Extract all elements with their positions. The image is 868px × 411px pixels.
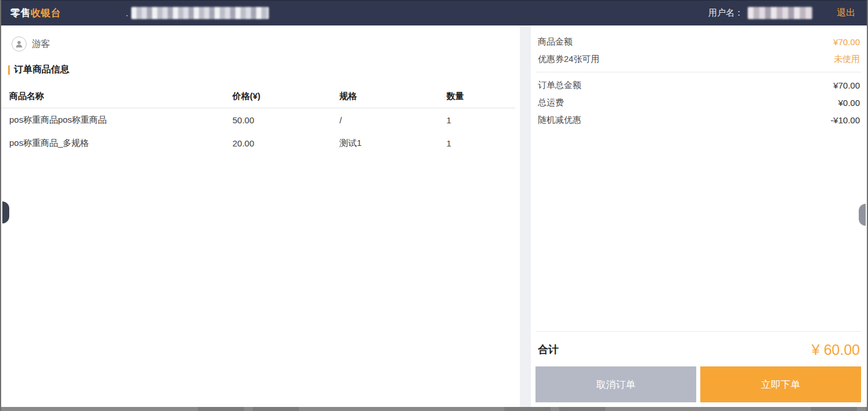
logout-button[interactable]: 退出 xyxy=(837,7,855,19)
store-name-redacted xyxy=(131,7,269,19)
summary-value: ¥70.00 xyxy=(833,37,860,47)
cell-qty: 1 xyxy=(446,138,512,148)
window-bottom-edge xyxy=(1,407,867,411)
col-header-name: 商品名称 xyxy=(9,91,232,102)
customer-name: 游客 xyxy=(32,38,50,50)
total-value: ¥ 60.00 xyxy=(812,342,860,358)
summary-label: 商品金额 xyxy=(538,36,572,47)
col-header-qty: 数量 xyxy=(446,91,507,102)
cell-product-name: pos称重商品_多规格 xyxy=(9,138,232,149)
panel-gutter xyxy=(520,25,531,407)
order-summary-panel: 商品金额 ¥70.00 优惠券24张可用 未使用 订单总金额 ¥70.00 总运… xyxy=(531,25,867,407)
col-header-price: 价格(¥) xyxy=(232,91,339,102)
summary-label: 随机减优惠 xyxy=(538,115,581,126)
right-drawer-handle-icon[interactable] xyxy=(859,204,866,226)
section-title-row: 订单商品信息 xyxy=(8,64,520,76)
summary-row-goods-amount: 商品金额 ¥70.00 xyxy=(535,33,861,50)
table-row[interactable]: pos称重商品pos称重商品 50.00 / 1 xyxy=(1,108,520,131)
place-order-button[interactable]: 立即下单 xyxy=(700,366,861,402)
app-title-left: 零售 xyxy=(10,8,31,19)
pos-window: 零售收银台 . 用户名： 退出 游客 xyxy=(0,0,868,411)
total-row: 合计 ¥ 60.00 xyxy=(535,336,861,366)
store-name-prefix: . xyxy=(126,8,128,18)
summary-row-order-total: 订单总金额 ¥70.00 xyxy=(535,76,861,94)
summary-divider xyxy=(535,72,861,72)
summary-value: ¥70.00 xyxy=(833,80,860,90)
section-title: 订单商品信息 xyxy=(14,64,69,76)
cell-price: 20.00 xyxy=(232,138,339,148)
summary-spacer xyxy=(535,129,861,327)
table-header-row: 商品名称 价格(¥) 规格 数量 xyxy=(1,85,515,108)
summary-row-shipping: 总运费 ¥0.00 xyxy=(535,94,861,111)
username-label: 用户名： xyxy=(708,8,743,19)
top-bar: 零售收银台 . 用户名： 退出 xyxy=(1,0,867,25)
left-drawer-handle-icon[interactable] xyxy=(2,201,9,223)
action-buttons: 取消订单 立即下单 xyxy=(535,366,861,402)
user-info: 用户名： xyxy=(708,7,812,19)
customer-row[interactable]: 游客 xyxy=(1,25,520,52)
summary-value: -¥10.00 xyxy=(830,115,860,125)
summary-row-random-discount: 随机减优惠 -¥10.00 xyxy=(535,111,861,129)
section-accent-bar xyxy=(8,65,10,75)
cell-product-name: pos称重商品pos称重商品 xyxy=(9,115,232,126)
summary-label: 优惠券24张可用 xyxy=(538,54,600,65)
summary-row-coupon[interactable]: 优惠券24张可用 未使用 xyxy=(535,50,861,68)
person-icon xyxy=(14,39,24,49)
coupon-status[interactable]: 未使用 xyxy=(834,54,860,65)
username-redacted xyxy=(748,7,812,19)
total-divider xyxy=(535,331,861,332)
summary-label: 订单总金额 xyxy=(538,80,581,91)
order-items-panel: 游客 订单商品信息 商品名称 价格(¥) 规格 数量 pos称重商品pos称重商… xyxy=(1,25,520,407)
app-title-right: 收银台 xyxy=(31,8,61,19)
col-header-spec: 规格 xyxy=(339,91,446,102)
cell-price: 50.00 xyxy=(232,115,339,125)
store-name: . xyxy=(126,7,269,19)
app-title: 零售收银台 xyxy=(10,6,61,20)
order-items-table: 商品名称 价格(¥) 规格 数量 pos称重商品pos称重商品 50.00 / … xyxy=(1,85,520,155)
cell-spec: / xyxy=(339,115,446,125)
cell-spec: 测试1 xyxy=(339,138,446,149)
guest-avatar xyxy=(12,36,27,52)
summary-value: ¥0.00 xyxy=(838,98,860,108)
total-label: 合计 xyxy=(538,343,559,358)
main-area: 游客 订单商品信息 商品名称 价格(¥) 规格 数量 pos称重商品pos称重商… xyxy=(1,25,867,407)
cell-qty: 1 xyxy=(446,115,512,125)
summary-label: 总运费 xyxy=(538,97,564,108)
table-row[interactable]: pos称重商品_多规格 20.00 测试1 1 xyxy=(1,131,520,155)
cancel-order-button[interactable]: 取消订单 xyxy=(535,366,696,402)
